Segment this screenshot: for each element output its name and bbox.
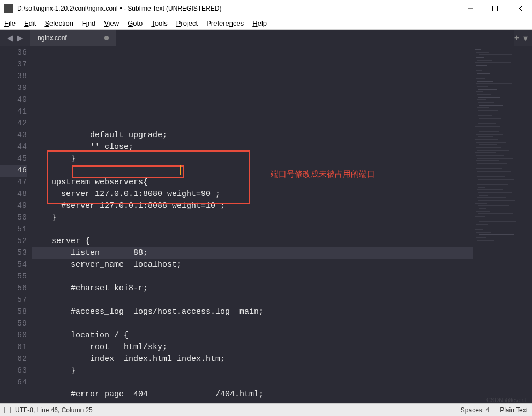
tab-label: nginx.conf: [38, 34, 67, 42]
text-cursor: [180, 165, 181, 175]
maximize-button[interactable]: [483, 0, 507, 17]
code-line[interactable]: location / {: [32, 330, 473, 342]
nav-back-icon[interactable]: ◀: [5, 33, 15, 43]
code-line[interactable]: [32, 294, 473, 306]
code-line[interactable]: '' close;: [32, 141, 473, 153]
menu-item-goto[interactable]: Goto: [128, 19, 143, 27]
gutter-line: 43: [0, 130, 27, 141]
tab-bar: ◀ ▶ nginx.conf + ▾: [0, 30, 532, 46]
code-line[interactable]: upstream webservers{: [32, 177, 473, 188]
gutter-line: 63: [0, 365, 27, 377]
gutter-line: 49: [0, 200, 27, 212]
app-icon: [4, 4, 13, 13]
code-line[interactable]: }: [32, 153, 473, 165]
menu-item-selection[interactable]: Selection: [44, 19, 73, 27]
gutter-line: 57: [0, 294, 27, 306]
menu-item-edit[interactable]: Edit: [24, 19, 36, 27]
gutter-line: 46: [0, 165, 27, 177]
gutter-line: 36: [0, 47, 27, 59]
code-line[interactable]: default upgrade;: [32, 130, 473, 141]
menu-item-find[interactable]: Find: [82, 19, 95, 27]
gutter-line: 53: [0, 247, 27, 259]
gutter-line: 45: [0, 153, 27, 165]
nav-forward-icon[interactable]: ▶: [15, 33, 25, 43]
window-title: D:\soft\nginx-1.20.2\conf\nginx.conf • -…: [17, 5, 458, 12]
code-line[interactable]: #charset koi8-r;: [32, 283, 473, 294]
nav-arrows: ◀ ▶: [0, 30, 30, 46]
gutter-line: 38: [0, 71, 27, 82]
status-syntax[interactable]: Plain Text: [500, 406, 528, 414]
watermark: CSDN @lever.E: [486, 397, 529, 403]
gutter-line: 61: [0, 342, 27, 353]
status-bar: UTF-8, Line 46, Column 25 Spaces: 4 Plai…: [0, 403, 532, 416]
gutter-line: 42: [0, 118, 27, 130]
menu-item-view[interactable]: View: [104, 19, 119, 27]
gutter-line: 56: [0, 283, 27, 294]
gutter-line: 58: [0, 306, 27, 318]
menu-item-preferences[interactable]: Preferences: [206, 19, 244, 27]
code-line[interactable]: [32, 271, 473, 283]
minimap[interactable]: [473, 46, 532, 403]
close-button[interactable]: [507, 0, 532, 17]
title-bar: D:\soft\nginx-1.20.2\conf\nginx.conf • -…: [0, 0, 532, 17]
gutter-line: 48: [0, 188, 27, 200]
editor: 3637383940414243444546474849505152535455…: [0, 46, 532, 403]
status-encoding-line-col[interactable]: UTF-8, Line 46, Column 25: [15, 406, 93, 414]
minimize-button[interactable]: [458, 0, 483, 17]
gutter-line: 37: [0, 59, 27, 71]
tab-tools: + ▾: [514, 30, 532, 46]
svg-rect-1: [493, 6, 498, 11]
tab-dropdown-icon[interactable]: ▾: [523, 33, 528, 43]
code-line[interactable]: root html/sky;: [32, 342, 473, 353]
tab-empty-area[interactable]: [116, 30, 514, 46]
gutter-line: 60: [0, 330, 27, 342]
code-line[interactable]: }: [32, 212, 473, 224]
gutter-line: 47: [0, 177, 27, 188]
code-line[interactable]: [32, 318, 473, 330]
menu-bar: FileEditSelectionFindViewGotoToolsProjec…: [0, 17, 532, 30]
gutter-line: 40: [0, 94, 27, 106]
status-spaces[interactable]: Spaces: 4: [461, 406, 489, 414]
gutter-line: 44: [0, 141, 27, 153]
code-line[interactable]: #access_log logs/host.access.log main;: [32, 306, 473, 318]
gutter-line: 52: [0, 236, 27, 247]
gutter-line: 59: [0, 318, 27, 330]
gutter: 3637383940414243444546474849505152535455…: [0, 46, 32, 403]
code-line[interactable]: [32, 377, 473, 389]
code-line[interactable]: server 127.0.0.1:8080 weight=90 ;: [32, 188, 473, 200]
status-checkbox[interactable]: [4, 407, 11, 413]
code-line[interactable]: listen 88;: [32, 247, 473, 259]
gutter-line: 50: [0, 212, 27, 224]
window-controls: [458, 0, 532, 17]
code-line[interactable]: index index.html index.htm;: [32, 353, 473, 365]
code-line[interactable]: server_name localhost;: [32, 259, 473, 271]
gutter-line: 39: [0, 82, 27, 94]
code-area[interactable]: 端口号修改成未被占用的端口 default upgrade; '' close;…: [32, 46, 473, 403]
gutter-line: 54: [0, 259, 27, 271]
menu-item-project[interactable]: Project: [176, 19, 198, 27]
dirty-indicator-icon: [104, 36, 109, 40]
code-line[interactable]: server {: [32, 236, 473, 247]
code-line[interactable]: }: [32, 365, 473, 377]
gutter-line: 64: [0, 377, 27, 389]
gutter-line: 62: [0, 353, 27, 365]
code-line[interactable]: #error_page 404 /404.html;: [32, 389, 473, 400]
tab-nginx-conf[interactable]: nginx.conf: [30, 30, 116, 46]
menu-item-tools[interactable]: Tools: [151, 19, 167, 27]
menu-item-file[interactable]: File: [4, 19, 16, 27]
gutter-line: 41: [0, 106, 27, 118]
code-line[interactable]: #server 127.0.0.1:8088 weight=10 ;: [32, 200, 473, 212]
new-tab-icon[interactable]: +: [514, 33, 519, 43]
gutter-line: 55: [0, 271, 27, 283]
code-line[interactable]: [32, 165, 473, 177]
code-line[interactable]: [32, 224, 473, 236]
gutter-line: 51: [0, 224, 27, 236]
menu-item-help[interactable]: Help: [252, 19, 267, 27]
